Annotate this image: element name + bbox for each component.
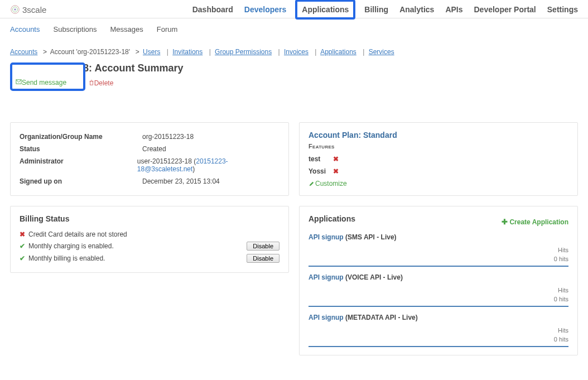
x-icon[interactable]: ✖: [333, 167, 339, 175]
account-details-pane: Organization/Group Name org-20151223-18 …: [10, 122, 289, 196]
bc-account-name: Account 'org-20151223-18': [50, 48, 130, 56]
subnav-accounts[interactable]: Accounts: [10, 25, 40, 33]
bc-users[interactable]: Users: [143, 48, 160, 56]
feature-name: test: [309, 155, 327, 163]
bc-group-permissions[interactable]: Group Permissions: [215, 48, 272, 56]
nav-developers[interactable]: Developers: [244, 5, 286, 14]
trash-icon: [89, 80, 94, 85]
feature-name: Yossi: [309, 167, 327, 175]
check-icon: ✔: [20, 242, 25, 250]
detail-label: Organization/Group Name: [20, 133, 142, 141]
logo-icon: [10, 4, 20, 15]
bc-invoices[interactable]: Invoices: [284, 48, 309, 56]
detail-label: Administrator: [20, 157, 137, 173]
nav-dashboard[interactable]: Dashboard: [192, 5, 233, 14]
app-metric-value: 0 hits: [309, 256, 568, 262]
main-nav: Dashboard Developers Applications Billin…: [192, 5, 578, 14]
account-plan-pane: Account Plan: Standard Features test ✖ Y…: [299, 122, 578, 196]
billing-status-pane: Billing Status ✖ Credit Card details are…: [10, 206, 289, 273]
pencil-icon: [309, 181, 314, 187]
nav-developer-portal[interactable]: Developer Portal: [474, 5, 536, 14]
subnav-subscriptions[interactable]: Subscriptions: [53, 25, 97, 33]
disable-charging-button[interactable]: Disable: [247, 242, 279, 251]
detail-label: Status: [20, 145, 142, 153]
applications-pane: Applications ✚Create Application API sig…: [299, 206, 578, 355]
bc-accounts[interactable]: Accounts: [10, 48, 37, 56]
table-row: Signed up on December 23, 2015 13:04: [20, 175, 279, 187]
nav-settings[interactable]: Settings: [547, 5, 578, 14]
app-name-link[interactable]: API signup: [309, 314, 344, 321]
table-row: Administrator user-20151223-18 (20151223…: [20, 155, 279, 175]
subnav-forum[interactable]: Forum: [157, 25, 178, 33]
billing-cc-text: Credit Card details are not stored: [28, 230, 279, 238]
app-name-link[interactable]: API signup: [309, 273, 344, 281]
application-block: API signup (SMS API - Live) Hits 0 hits: [309, 233, 568, 267]
create-application-link[interactable]: ✚Create Application: [502, 218, 568, 226]
bc-services[interactable]: Services: [369, 48, 394, 56]
billing-charging-row: ✔ Monthly charging is enabled. Disable: [20, 240, 279, 252]
x-icon: ✖: [20, 230, 25, 238]
highlighted-send-message: org-20151223 Send message: [10, 62, 85, 91]
nav-billing[interactable]: Billing: [364, 5, 388, 14]
subnav-messages[interactable]: Messages: [110, 25, 143, 33]
app-subtitle: (VOICE API - Live): [345, 273, 403, 281]
app-metric-value: 0 hits: [309, 336, 568, 343]
nav-applications[interactable]: Applications: [295, 0, 355, 20]
envelope-icon: [16, 79, 22, 85]
detail-label: Signed up on: [20, 177, 142, 185]
disable-billing-button[interactable]: Disable: [247, 254, 279, 263]
feature-row: test ✖: [309, 153, 568, 165]
footer: Privacy Refunds Contact Powered by 3scal…: [0, 367, 588, 380]
app-metric-label: Hits: [309, 247, 568, 253]
table-row: Status Created: [20, 143, 279, 155]
plus-icon: ✚: [502, 218, 508, 226]
table-row: Organization/Group Name org-20151223-18: [20, 131, 279, 143]
logo[interactable]: 3scale: [10, 4, 46, 15]
app-metric-label: Hits: [309, 287, 568, 294]
breadcrumb: Accounts > Account 'org-20151223-18' > U…: [0, 38, 588, 58]
bc-invitations[interactable]: Invitations: [172, 48, 203, 56]
billing-billing-row: ✔ Monthly billing is enabled. Disable: [20, 252, 279, 264]
billing-title: Billing Status: [20, 214, 279, 223]
app-metric-label: Hits: [309, 327, 568, 334]
plan-title: Account Plan: Standard: [309, 131, 568, 140]
detail-value: user-20151223-18 (20151223-18@3scaletest…: [137, 157, 279, 173]
check-icon: ✔: [20, 254, 25, 262]
svg-rect-4: [90, 81, 93, 85]
svg-point-2: [14, 8, 16, 11]
billing-billing-text: Monthly billing is enabled.: [28, 254, 243, 262]
app-subtitle: (SMS API - Live): [345, 233, 397, 241]
application-block: API signup (METADATA API - Live) Hits 0 …: [309, 314, 568, 347]
applications-title: Applications: [309, 214, 355, 223]
customize-link[interactable]: Customize: [309, 180, 347, 187]
header: 3scale Dashboard Developers Applications…: [0, 0, 588, 18]
detail-value: December 23, 2015 13:04: [142, 177, 220, 185]
detail-value: org-20151223-18: [142, 133, 194, 141]
sub-nav: Accounts Subscriptions Messages Forum: [0, 18, 588, 38]
detail-value: Created: [142, 145, 166, 153]
app-name-link[interactable]: API signup: [309, 233, 344, 241]
app-metric-value: 0 hits: [309, 296, 568, 302]
application-block: API signup (VOICE API - Live) Hits 0 hit…: [309, 273, 568, 307]
billing-cc-row: ✖ Credit Card details are not stored: [20, 229, 279, 240]
feature-row: Yossi ✖: [309, 165, 568, 177]
logo-text: 3scale: [22, 5, 46, 15]
billing-charging-text: Monthly charging is enabled.: [28, 242, 243, 250]
features-heading: Features: [309, 143, 568, 150]
x-icon[interactable]: ✖: [333, 155, 339, 163]
send-message-link[interactable]: Send message: [16, 79, 66, 86]
app-subtitle: (METADATA API - Live): [345, 314, 418, 321]
bc-applications[interactable]: Applications: [320, 48, 356, 56]
delete-link[interactable]: Delete: [89, 79, 114, 87]
nav-analytics[interactable]: Analytics: [399, 5, 434, 14]
title-area: org-20151223-18: Account Summary org-201…: [0, 58, 588, 122]
nav-apis[interactable]: APIs: [445, 5, 462, 14]
